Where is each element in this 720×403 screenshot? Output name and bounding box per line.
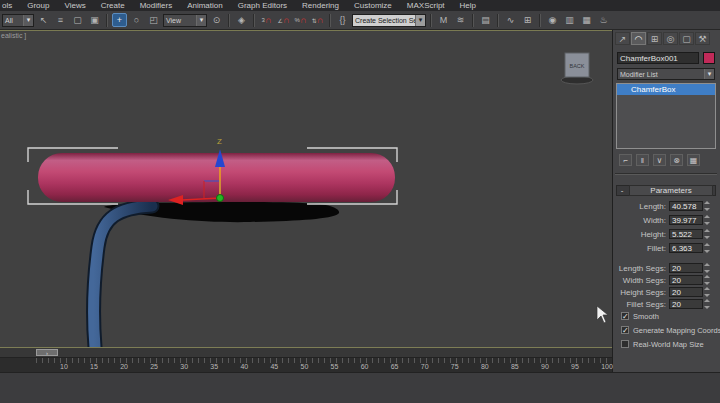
select-and-rotate-icon[interactable]: ○ (129, 13, 144, 27)
timeline-frame-label: 20 (120, 363, 128, 370)
spinner-control[interactable] (704, 287, 711, 297)
checkbox[interactable]: ✓ (621, 326, 629, 334)
spinner-control[interactable] (704, 275, 711, 285)
schematic-view-icon[interactable]: ⊞ (520, 13, 535, 27)
motion-tab-icon[interactable]: ◎ (663, 32, 678, 45)
select-and-scale-icon[interactable]: ◰ (146, 13, 161, 27)
render-setup-icon[interactable]: ▥ (562, 13, 577, 27)
spinner-control[interactable] (704, 201, 711, 211)
create-tab-icon[interactable]: ↗ (615, 32, 630, 45)
modifier-stack-item[interactable]: ChamferBox (617, 84, 715, 95)
selection-filter-dropdown[interactable]: All ▾ (2, 14, 34, 27)
3dsmax-window: olsGroupViewsCreateModifiersAnimationGra… (0, 0, 720, 403)
menu-item[interactable]: Graph Editors (238, 1, 287, 10)
menu-item[interactable]: Animation (187, 1, 223, 10)
parameter-row: Width: 39.977 (616, 214, 718, 226)
timeline-ruler[interactable]: 101520253035404550556065707580859095100 (0, 358, 612, 372)
parameter-value-field[interactable]: 20 (669, 275, 703, 285)
object-name-field[interactable]: ChamferBox001 (617, 52, 699, 64)
show-end-result-icon[interactable]: ‖ (636, 154, 649, 166)
parameter-row: Fillet: 6.363 (616, 242, 718, 254)
main-toolbar: All ▾ ↖ ≡ ▢ ▣ + ○ ◰ View ▾ ⊙ ◈ 3∩ ∠∩ %∩ … (0, 11, 720, 30)
named-selection-set-dropdown[interactable]: Create Selection Se ▾ (352, 14, 426, 27)
menu-item[interactable]: Group (27, 1, 49, 10)
menu-item[interactable]: ols (2, 1, 12, 10)
hierarchy-tab-icon[interactable]: ⊞ (647, 32, 662, 45)
checkbox-label: Smooth (633, 312, 659, 321)
menu-item[interactable]: Views (64, 1, 85, 10)
parameter-value-field[interactable]: 20 (669, 287, 703, 297)
reference-coordinate-dropdown[interactable]: View ▾ (163, 14, 207, 27)
parameter-value-field[interactable]: 20 (669, 263, 703, 273)
chevron-down-icon: ▾ (415, 15, 425, 26)
snap-toggle-3d-icon[interactable]: 3∩ (259, 13, 274, 27)
timeline-frame-label: 80 (481, 363, 489, 370)
parameter-value-field[interactable]: 20 (669, 299, 703, 309)
modifier-stack-toolbar: ⌐ ‖ ∨ ⊗ ▦ (619, 154, 700, 166)
gizmo-center-dot[interactable] (217, 195, 224, 202)
utilities-tab-icon[interactable]: ⚒ (695, 32, 710, 45)
parameter-label: Fillet: (616, 244, 669, 253)
menu-item[interactable]: Help (460, 1, 476, 10)
select-and-move-icon[interactable]: + (112, 13, 127, 27)
time-slider-track[interactable]: › (0, 347, 612, 358)
parameter-value-field[interactable]: 6.363 (669, 243, 703, 253)
spinner-control[interactable] (704, 263, 711, 273)
menu-item[interactable]: Customize (354, 1, 392, 10)
parameter-value-field[interactable]: 40.578 (669, 201, 703, 211)
rollout-collapse-icon[interactable]: - (617, 186, 627, 195)
viewport-shading-label[interactable]: ealistic ] (1, 32, 26, 39)
mirror-icon[interactable]: M (436, 13, 451, 27)
toolbar-separator (329, 14, 331, 27)
layer-manager-icon[interactable]: ▤ (478, 13, 493, 27)
configure-modifier-sets-icon[interactable]: ▦ (687, 154, 700, 166)
chamferbox-object[interactable] (38, 153, 395, 202)
render-production-icon[interactable]: ♨ (596, 13, 611, 27)
status-bar: 1 Object Selected X: 5.066 Y: -4.627 Z: … (0, 372, 720, 403)
edit-named-selection-sets-icon[interactable]: {} (335, 13, 350, 27)
parameter-value-field[interactable]: 5.522 (669, 229, 703, 239)
spinner-control[interactable] (704, 299, 711, 309)
spinner-control[interactable] (704, 215, 711, 225)
align-icon[interactable]: ≋ (453, 13, 468, 27)
select-object-icon[interactable]: ↖ (36, 13, 51, 27)
make-unique-icon[interactable]: ∨ (653, 154, 666, 166)
parameter-row: Height: 5.522 (616, 228, 718, 240)
modifier-list-dropdown[interactable]: Modifier List ▾ (617, 68, 715, 80)
perspective-viewport[interactable]: ealistic ] (0, 30, 612, 347)
chevron-down-icon: ▾ (23, 15, 33, 26)
parameters-rollout-header[interactable]: - Parameters (616, 185, 716, 196)
spinner-control[interactable] (704, 243, 711, 253)
display-tab-icon[interactable]: ▢ (679, 32, 694, 45)
menu-item[interactable]: Create (101, 1, 125, 10)
checkbox[interactable]: ✓ (621, 312, 629, 320)
pin-stack-icon[interactable]: ⌐ (619, 154, 632, 166)
toolbar-separator (472, 14, 474, 27)
angle-snap-icon[interactable]: ∠∩ (276, 13, 291, 27)
select-by-name-icon[interactable]: ≡ (53, 13, 68, 27)
parameter-value-field[interactable]: 39.977 (669, 215, 703, 225)
checkbox[interactable] (621, 340, 629, 348)
curve-editor-icon[interactable]: ∿ (503, 13, 518, 27)
menu-item[interactable]: Modifiers (140, 1, 172, 10)
timeline-frame-label: 95 (571, 363, 579, 370)
time-slider-handle[interactable]: › (36, 349, 58, 356)
rectangular-selection-icon[interactable]: ▢ (70, 13, 85, 27)
modify-tab-icon[interactable]: ◠ (631, 32, 646, 45)
rendered-frame-window-icon[interactable]: ▦ (579, 13, 594, 27)
use-pivot-center-icon[interactable]: ⊙ (209, 13, 224, 27)
viewcube-face-label[interactable]: BACK (570, 63, 585, 69)
percent-snap-icon[interactable]: %∩ (293, 13, 308, 27)
command-panel: ↗ ◠ ⊞ ◎ ▢ ⚒ ChamferBox001 Modifier List … (612, 30, 720, 372)
window-crossing-icon[interactable]: ▣ (87, 13, 102, 27)
remove-modifier-icon[interactable]: ⊗ (670, 154, 683, 166)
menu-item[interactable]: MAXScript (407, 1, 445, 10)
viewcube[interactable]: BACK (561, 53, 593, 84)
spinner-snap-icon[interactable]: ⇅∩ (310, 13, 325, 27)
select-and-manipulate-icon[interactable]: ◈ (234, 13, 249, 27)
object-color-swatch[interactable] (703, 52, 715, 64)
spinner-control[interactable] (704, 229, 711, 239)
material-editor-icon[interactable]: ◉ (545, 13, 560, 27)
menu-item[interactable]: Rendering (302, 1, 339, 10)
timeline-frame-label: 70 (421, 363, 429, 370)
